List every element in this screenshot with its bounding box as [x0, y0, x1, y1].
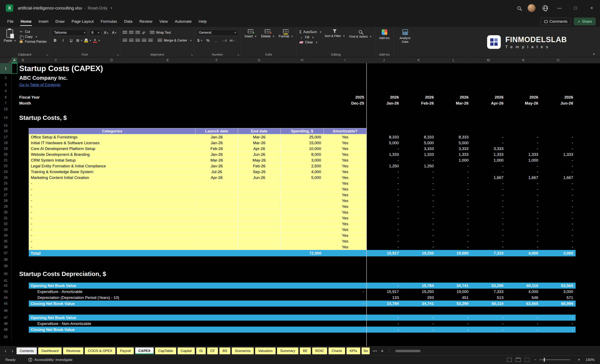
end-date-cell[interactable]: Jun-26 [238, 152, 281, 157]
value-cell[interactable]: 1,333 [401, 152, 436, 157]
category-cell[interactable]: - [29, 227, 196, 233]
amortizable-cell[interactable]: Yes [324, 192, 366, 198]
menu-home[interactable]: Home [17, 17, 35, 26]
value-cell[interactable]: - [436, 186, 471, 192]
cell[interactable] [576, 300, 600, 307]
value-cell[interactable]: - [401, 157, 436, 163]
end-date-cell[interactable] [238, 186, 281, 192]
value-cell[interactable]: - [366, 198, 401, 204]
amortizable-cell[interactable]: Yes [324, 204, 366, 209]
cell[interactable] [576, 169, 600, 175]
dep-value[interactable]: 133 [366, 295, 401, 300]
value-cell[interactable]: - [506, 146, 541, 152]
font-dialog-launcher[interactable]: ↘ [116, 53, 119, 56]
value-cell[interactable]: - [471, 192, 506, 198]
value-cell[interactable]: - [366, 221, 401, 227]
cell[interactable] [576, 157, 600, 163]
value-cell[interactable]: 5,000 [366, 140, 401, 146]
cell[interactable] [576, 250, 600, 256]
cell[interactable] [576, 289, 600, 295]
dep-value[interactable]: 571 [541, 295, 576, 300]
value-cell[interactable]: - [471, 140, 506, 146]
amortizable-cell[interactable]: Yes [324, 134, 366, 140]
cell[interactable] [576, 198, 600, 204]
launch-date-cell[interactable]: Apr-26 [196, 175, 238, 181]
value-cell[interactable]: - [541, 198, 576, 204]
value-cell[interactable]: - [541, 244, 576, 250]
value-cell[interactable]: - [366, 169, 401, 175]
row-number-3[interactable]: 3 [0, 82, 12, 88]
wrap-text-button[interactable]: Wrap Text [150, 31, 171, 35]
value-cell[interactable]: 1,000 [436, 157, 471, 163]
empty-row[interactable] [12, 279, 600, 282]
dep-cell-i[interactable] [324, 295, 366, 300]
borders-button[interactable]: ⊞▾ [76, 37, 82, 44]
delete-cells-button[interactable]: Delete▾ [260, 29, 275, 39]
cell[interactable] [12, 175, 29, 181]
row-number-17[interactable]: 17 [0, 134, 12, 140]
category-cell[interactable]: Core AI Development Platform Setup [29, 146, 196, 152]
value-cell[interactable]: 8,333 [401, 134, 436, 140]
launch-date-cell[interactable] [196, 244, 238, 250]
fiscal-year-value[interactable]: 2026 [541, 94, 576, 100]
total-value[interactable]: 19,250 [401, 250, 436, 256]
row-number-43[interactable]: 43 [0, 289, 12, 295]
increase-font-size-button[interactable]: A▲ [103, 29, 109, 36]
row-number-2[interactable]: 2 [0, 74, 12, 82]
fiscal-year-value[interactable]: 2026 [471, 94, 506, 100]
cell[interactable] [576, 146, 600, 152]
cell-A1[interactable] [12, 63, 17, 74]
row-number-47[interactable]: 47 [0, 315, 12, 321]
cell[interactable] [12, 227, 29, 233]
dep-value[interactable]: 451 [436, 295, 471, 300]
category-cell[interactable]: - [29, 181, 196, 186]
cell[interactable] [12, 112, 17, 123]
amortizable-cell[interactable]: Yes [324, 186, 366, 192]
zoom-slider-thumb[interactable] [544, 358, 545, 362]
number-dialog-launcher[interactable]: ↘ [237, 53, 239, 56]
dep-value[interactable]: - [541, 321, 576, 327]
spending-cell[interactable] [281, 244, 324, 250]
column-header-L[interactable]: L [436, 57, 471, 63]
launch-date-cell[interactable] [196, 204, 238, 209]
value-cell[interactable]: - [506, 181, 541, 186]
page-break-view-icon[interactable] [525, 358, 529, 362]
cell[interactable] [12, 157, 29, 163]
value-cell[interactable]: - [541, 181, 576, 186]
column-header-M[interactable]: M [471, 57, 506, 63]
total-spending[interactable]: 72,500 [281, 250, 324, 256]
empty-row[interactable] [12, 106, 600, 112]
amortizable-cell[interactable]: Yes [324, 244, 366, 250]
font-color-button[interactable]: A▾ [93, 37, 100, 44]
value-cell[interactable]: - [401, 227, 436, 233]
end-date-cell[interactable]: Sep-26 [238, 169, 281, 175]
cell[interactable] [576, 140, 600, 146]
value-cell[interactable]: 1,333 [366, 152, 401, 157]
clipboard-dialog-launcher[interactable]: ↘ [46, 53, 48, 56]
cell[interactable] [12, 221, 29, 227]
table-header-amortizable[interactable]: Amortizable? [324, 128, 366, 134]
search-icon[interactable] [517, 6, 521, 10]
table-header-spending[interactable]: Spending, $ [281, 128, 324, 134]
sheet-tab-kpis[interactable]: KPIs [347, 347, 360, 354]
sheet-tab-be[interactable]: BE [300, 347, 311, 354]
amortizable-cell[interactable]: Yes [324, 157, 366, 163]
row-number-18[interactable]: 18 [0, 140, 12, 146]
end-date-cell[interactable] [238, 204, 281, 209]
end-date-cell[interactable] [238, 181, 281, 186]
dep-label[interactable]: Expenditure - Amortizable [29, 289, 324, 295]
value-cell[interactable]: - [366, 181, 401, 186]
cell[interactable] [12, 146, 29, 152]
value-cell[interactable]: - [541, 140, 576, 146]
cell[interactable] [576, 315, 600, 321]
cell[interactable] [576, 192, 600, 198]
value-cell[interactable]: - [436, 227, 471, 233]
nbv-cell-i[interactable] [324, 327, 366, 333]
value-cell[interactable]: 1,667 [471, 175, 506, 181]
row-number-39[interactable]: 39 [0, 263, 12, 269]
value-cell[interactable]: - [506, 244, 541, 250]
nbv-value[interactable]: 60,110 [471, 300, 506, 307]
category-cell[interactable]: - [29, 221, 196, 227]
toc-link[interactable]: Go to Table of Contents [17, 82, 600, 88]
month-value[interactable]: Apr-26 [471, 100, 506, 106]
